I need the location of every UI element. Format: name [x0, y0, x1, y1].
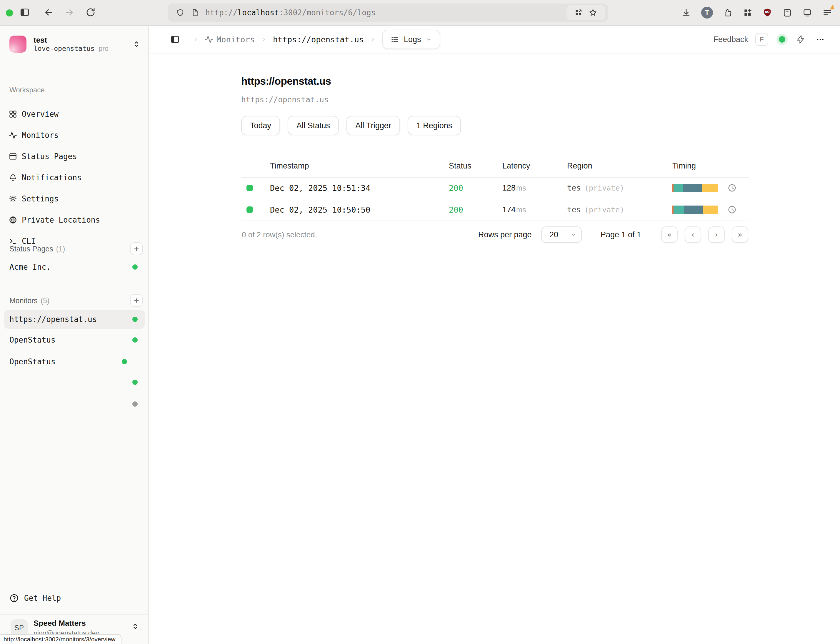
update-badge: [830, 4, 834, 10]
chevron-right-icon: [193, 37, 198, 42]
status-bar-link: http://localhost:3002/monitors/3/overvie…: [0, 634, 122, 644]
status-dot-gray: [132, 401, 138, 407]
browser-toolbar: http://localhost:3002/monitors/6/logs T: [0, 0, 840, 26]
globe-icon: [9, 216, 17, 224]
monitor-item-openstatus-1[interactable]: OpenStatus: [0, 329, 149, 350]
ublock-shield-icon[interactable]: uO: [762, 8, 773, 18]
status-ok-indicator: [247, 199, 253, 220]
first-page-button[interactable]: «: [661, 227, 678, 243]
list-icon: [390, 35, 399, 44]
help-circle-icon: [10, 593, 19, 603]
display-icon[interactable]: [802, 8, 812, 18]
url-actions-group: [567, 5, 605, 20]
reader-grid-icon[interactable]: [574, 8, 583, 17]
status-ok-indicator: [247, 177, 253, 199]
last-page-button[interactable]: »: [732, 227, 748, 243]
filter-regions-button[interactable]: 1 Regions: [408, 116, 461, 135]
reload-icon[interactable]: [85, 7, 96, 18]
sidebar-nav: Overview Monitors Status Pages Notificat…: [0, 104, 149, 252]
monitor-item-openstat-us[interactable]: https://openstat.us: [0, 309, 149, 330]
filter-date-button[interactable]: Today: [241, 116, 280, 135]
breadcrumb-monitors[interactable]: Monitors: [217, 35, 255, 44]
status-dot-green: [132, 380, 138, 385]
table-footer: 0 of 2 row(s) selected. Rows per page 20…: [241, 226, 750, 243]
zap-icon[interactable]: [796, 35, 805, 44]
download-icon[interactable]: [681, 8, 691, 18]
add-monitor-button[interactable]: [130, 294, 143, 307]
bookmark-star-icon[interactable]: [588, 8, 597, 17]
sidebar-toggle-icon[interactable]: [20, 7, 30, 18]
forward-icon[interactable]: [64, 7, 75, 18]
address-bar[interactable]: http://localhost:3002/monitors/6/logs: [168, 3, 608, 22]
divider: [0, 614, 149, 614]
next-page-button[interactable]: ›: [708, 227, 725, 243]
table-row[interactable]: Dec 02, 2025 10:51:34 200 128ms tes(priv…: [241, 177, 750, 199]
extension-thumb-icon[interactable]: [723, 8, 733, 18]
container-box-icon[interactable]: [782, 8, 792, 18]
cell-latency: 128ms: [502, 177, 526, 199]
panel-icon: [9, 152, 17, 161]
feedback-shortcut-badge: F: [755, 33, 768, 46]
chevron-down-icon: [570, 232, 577, 238]
timing-bar: [672, 199, 718, 220]
more-options-icon[interactable]: [816, 35, 825, 44]
sidebar-item-private-locations[interactable]: Private Locations: [0, 209, 149, 230]
cell-timestamp: Dec 02, 2025 10:51:34: [270, 177, 370, 199]
sidebar-item-monitors[interactable]: Monitors: [0, 125, 149, 146]
feedback-button[interactable]: Feedback: [713, 35, 748, 44]
status-pages-section-header: Status Pages (1): [0, 241, 149, 257]
rows-per-page-select[interactable]: 20: [541, 227, 582, 243]
monitor-item-openstatus-2[interactable]: OpenStatus: [0, 351, 149, 372]
add-status-page-button[interactable]: [130, 242, 143, 255]
clock-icon[interactable]: [728, 177, 736, 199]
sidebar-item-notifications[interactable]: Notifications: [0, 167, 149, 188]
monitors-section-header: Monitors (5): [0, 292, 149, 309]
logs-view-selector[interactable]: Logs: [382, 30, 441, 49]
timing-bar: [672, 177, 718, 199]
traffic-light-green[interactable]: [6, 10, 13, 16]
header-actions: Feedback F: [713, 33, 825, 46]
breadcrumb-monitor-name[interactable]: https://openstat.us: [273, 35, 364, 44]
column-timestamp[interactable]: Timestamp: [270, 155, 309, 177]
page-icon[interactable]: [191, 8, 199, 17]
app-menu-icon[interactable]: [822, 8, 832, 18]
sidebar-item-settings[interactable]: Settings: [0, 188, 149, 209]
column-latency[interactable]: Latency: [502, 155, 530, 177]
monitor-item-unnamed-1[interactable]: [0, 372, 149, 393]
prev-page-button[interactable]: ‹: [685, 227, 701, 243]
page-title: https://openstat.us: [241, 75, 331, 87]
panel-left-toggle-icon[interactable]: [170, 34, 180, 44]
workspace-switcher[interactable]: test love-openstatus pro: [0, 32, 149, 56]
divider: [0, 55, 149, 55]
chevrons-up-down-icon: [131, 622, 140, 631]
back-icon[interactable]: [44, 7, 54, 18]
uptime-status-dot: [779, 36, 785, 43]
table-row[interactable]: Dec 02, 2025 10:50:50 200 174ms tes(priv…: [241, 199, 750, 221]
page-header: Monitors https://openstat.us Logs Feedba…: [149, 25, 840, 54]
sidebar-item-status-pages[interactable]: Status Pages: [0, 146, 149, 167]
cell-status: 200: [449, 199, 463, 220]
rows-selected-text: 0 of 2 row(s) selected.: [242, 226, 317, 243]
monitor-item-unnamed-2[interactable]: [0, 393, 149, 415]
sidebar-item-overview[interactable]: Overview: [0, 104, 149, 125]
status-page-item-acme[interactable]: Acme Inc.: [0, 256, 149, 278]
get-help-link[interactable]: Get Help: [0, 589, 149, 608]
extensions-grid-plus-icon[interactable]: [743, 8, 752, 17]
filter-trigger-button[interactable]: All Trigger: [347, 116, 400, 135]
status-dot-green: [132, 264, 138, 269]
page-subtitle: https://openstat.us: [241, 95, 329, 104]
column-region[interactable]: Region: [567, 155, 592, 177]
main-area: Monitors https://openstat.us Logs Feedba…: [149, 25, 840, 644]
column-timing[interactable]: Timing: [672, 155, 696, 177]
grid-icon: [9, 110, 17, 118]
workspace-section-label: Workspace: [10, 86, 45, 94]
shield-icon[interactable]: [176, 8, 185, 17]
filter-status-button[interactable]: All Status: [288, 116, 339, 135]
column-status[interactable]: Status: [449, 155, 472, 177]
user-name: Speed Matters: [33, 619, 86, 628]
profile-t-icon[interactable]: T: [701, 7, 713, 18]
clock-icon[interactable]: [728, 199, 736, 220]
status-dot-green: [122, 359, 127, 364]
filter-bar: Today All Status All Trigger 1 Regions: [241, 116, 461, 135]
app-window: http://localhost:3002/monitors/6/logs T: [0, 0, 840, 644]
